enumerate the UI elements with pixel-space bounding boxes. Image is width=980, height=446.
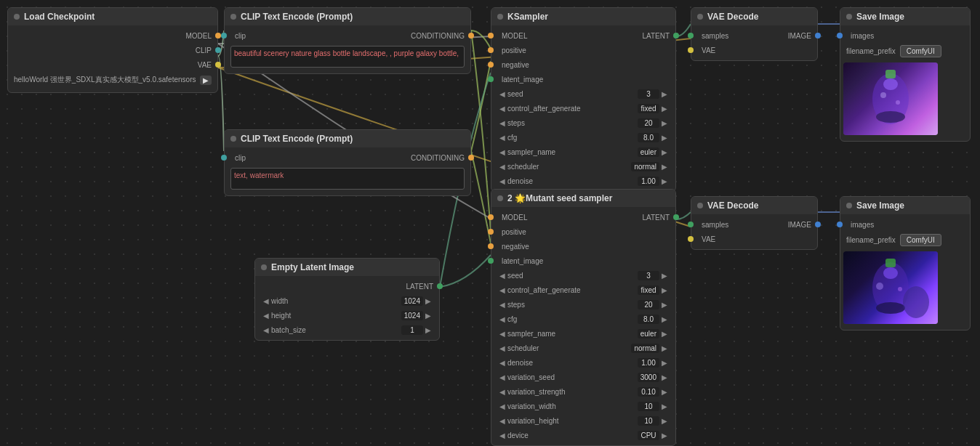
ms-device-inc[interactable]: ▶ — [659, 431, 670, 439]
ks-control-value[interactable]: fixed — [638, 104, 659, 113]
batch-size-value[interactable]: 1 — [401, 325, 423, 335]
ks-sampler-dec[interactable]: ◀ — [497, 148, 507, 156]
vae1-vae-port[interactable] — [688, 47, 694, 53]
ms-control-dec[interactable]: ◀ — [497, 286, 507, 294]
ms-sampler-value[interactable]: euler — [638, 329, 659, 338]
ms-seed-value[interactable]: 3 — [638, 271, 659, 280]
vae-output-port[interactable] — [215, 62, 221, 68]
ms-cfg-inc[interactable]: ▶ — [659, 315, 670, 323]
ms-varstrength-inc[interactable]: ▶ — [659, 388, 670, 396]
ksampler-positive-port[interactable] — [488, 47, 494, 53]
ks-denoise-inc[interactable]: ▶ — [659, 177, 670, 185]
ms-varheight-value[interactable]: 10 — [638, 416, 659, 426]
width-value[interactable]: 1024 — [401, 296, 423, 306]
height-value[interactable]: 1024 — [401, 311, 423, 320]
height-dec-btn[interactable]: ◀ — [261, 312, 271, 320]
ms-positive-port[interactable] — [488, 229, 494, 235]
ms-seed-dec[interactable]: ◀ — [497, 272, 507, 280]
ksampler-model-port[interactable] — [488, 33, 494, 38]
vae1-image-port[interactable] — [815, 33, 821, 38]
ms-varstrength-value[interactable]: 0.10 — [638, 387, 659, 397]
ms-device-label: device — [507, 431, 638, 439]
ms-steps-dec[interactable]: ◀ — [497, 301, 507, 309]
save2-images-port[interactable] — [837, 222, 843, 227]
play-button[interactable]: ▶ — [200, 76, 212, 85]
ms-varwidth-inc[interactable]: ▶ — [659, 402, 670, 410]
ms-denoise-inc[interactable]: ▶ — [659, 359, 670, 367]
ks-seed-inc[interactable]: ▶ — [659, 90, 670, 98]
ms-control-inc[interactable]: ▶ — [659, 286, 670, 294]
latent-output-port[interactable] — [437, 283, 443, 289]
ks-sampler-inc[interactable]: ▶ — [659, 148, 670, 156]
ms-cfg-value[interactable]: 8.0 — [638, 315, 659, 324]
ms-varwidth-dec[interactable]: ◀ — [497, 402, 507, 410]
conditioning-output-port-1[interactable] — [468, 33, 474, 38]
ms-scheduler-inc[interactable]: ▶ — [659, 344, 670, 352]
ms-varheight-dec[interactable]: ◀ — [497, 417, 507, 425]
vae2-samples-port[interactable] — [688, 222, 694, 227]
height-inc-btn[interactable]: ▶ — [423, 312, 433, 320]
ks-scheduler-value[interactable]: normal — [631, 162, 659, 171]
ks-denoise-value[interactable]: 1.00 — [638, 177, 659, 186]
ks-cfg-value[interactable]: 8.0 — [638, 133, 659, 142]
ms-negative-port[interactable] — [488, 243, 494, 249]
save1-images-port[interactable] — [837, 33, 843, 38]
vae-decode-1-title: VAE Decode — [707, 12, 758, 22]
ks-steps-dec[interactable]: ◀ — [497, 119, 507, 127]
ms-denoise-dec[interactable]: ◀ — [497, 359, 507, 367]
ms-cfg-dec[interactable]: ◀ — [497, 315, 507, 323]
ms-latent-input-port[interactable] — [488, 258, 494, 264]
ms-denoise-value[interactable]: 1.00 — [638, 358, 659, 368]
clip-input-port-2[interactable] — [221, 155, 227, 161]
ms-varheight-inc[interactable]: ▶ — [659, 417, 670, 425]
ks-denoise-dec[interactable]: ◀ — [497, 177, 507, 185]
ms-scheduler-dec[interactable]: ◀ — [497, 344, 507, 352]
model-output-port[interactable] — [215, 33, 221, 38]
ksampler-latent-port[interactable] — [673, 33, 679, 38]
batch-dec-btn[interactable]: ◀ — [261, 326, 271, 334]
save-image-1-title: Save Image — [856, 12, 904, 22]
batch-inc-btn[interactable]: ▶ — [423, 326, 433, 334]
save2-prefix-value[interactable]: ComfyUI — [900, 234, 941, 246]
ms-sampler-dec[interactable]: ◀ — [497, 330, 507, 338]
ms-device-dec[interactable]: ◀ — [497, 431, 507, 439]
positive-prompt-text[interactable]: beautiful scenery nature glass bottle la… — [230, 46, 465, 68]
conditioning-output-port-2[interactable] — [468, 155, 474, 161]
ks-seed-dec[interactable]: ◀ — [497, 90, 507, 98]
ms-varseed-inc[interactable]: ▶ — [659, 373, 670, 381]
ms-seed-inc[interactable]: ▶ — [659, 272, 670, 280]
ksampler-latent-input-port[interactable] — [488, 76, 494, 82]
ks-control-dec[interactable]: ◀ — [497, 105, 507, 113]
ms-varseed-dec[interactable]: ◀ — [497, 373, 507, 381]
ms-model-port[interactable] — [488, 214, 494, 220]
ks-cfg-dec[interactable]: ◀ — [497, 134, 507, 142]
ks-steps-value[interactable]: 20 — [638, 118, 659, 128]
ms-latent-port[interactable] — [673, 214, 679, 220]
negative-prompt-text[interactable]: text, watermark — [230, 168, 465, 190]
ks-steps-inc[interactable]: ▶ — [659, 119, 670, 127]
ks-control-inc[interactable]: ▶ — [659, 105, 670, 113]
ms-control-value[interactable]: fixed — [638, 285, 659, 295]
width-dec-btn[interactable]: ◀ — [261, 297, 271, 305]
ms-varwidth-value[interactable]: 10 — [638, 402, 659, 411]
ms-varseed-value[interactable]: 3000 — [638, 373, 659, 382]
ms-device-value[interactable]: CPU — [638, 431, 659, 440]
width-inc-btn[interactable]: ▶ — [423, 297, 433, 305]
save1-prefix-value[interactable]: ComfyUI — [900, 45, 941, 57]
clip-input-port-1[interactable] — [221, 33, 227, 38]
ks-scheduler-dec[interactable]: ◀ — [497, 163, 507, 171]
ms-scheduler-value[interactable]: normal — [631, 344, 659, 353]
ms-steps-inc[interactable]: ▶ — [659, 301, 670, 309]
vae2-image-port[interactable] — [815, 222, 821, 227]
clip-output-port[interactable] — [215, 47, 221, 53]
vae2-vae-port[interactable] — [688, 236, 694, 242]
vae1-samples-port[interactable] — [688, 33, 694, 38]
ksampler-negative-port[interactable] — [488, 62, 494, 68]
ms-sampler-inc[interactable]: ▶ — [659, 330, 670, 338]
ks-sampler-value[interactable]: euler — [638, 147, 659, 157]
ks-cfg-inc[interactable]: ▶ — [659, 134, 670, 142]
ks-scheduler-inc[interactable]: ▶ — [659, 163, 670, 171]
ms-varstrength-dec[interactable]: ◀ — [497, 388, 507, 396]
ks-seed-value[interactable]: 3 — [638, 89, 659, 99]
ms-steps-value[interactable]: 20 — [638, 300, 659, 309]
